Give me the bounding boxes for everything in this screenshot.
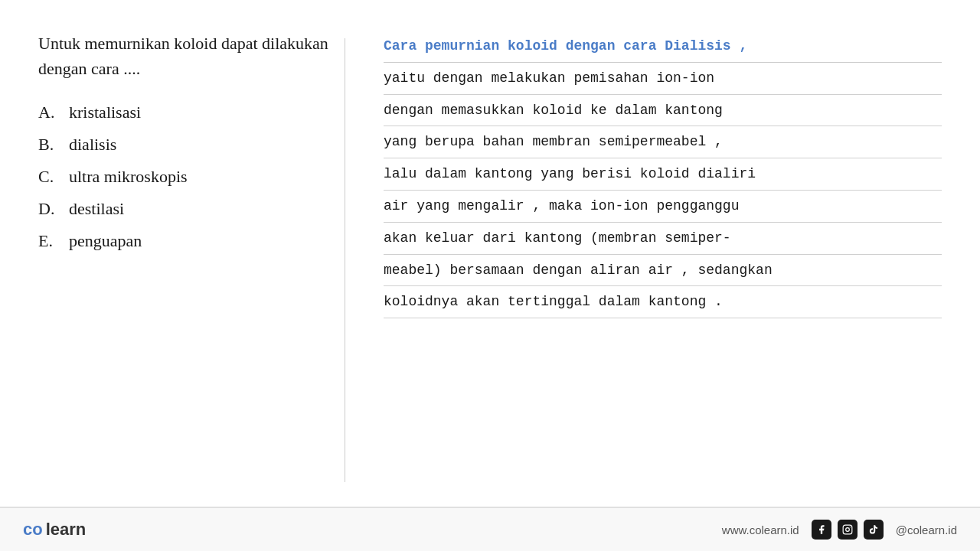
answer-text-6: akan keluar dari kantong (membran semipe… <box>384 230 731 246</box>
option-b-label: B. <box>38 135 69 155</box>
answer-text-3: yang berupa bahan membran semipermeabel … <box>384 134 723 149</box>
answer-line-1: yaitu dengan melakukan pemisahan ion-ion <box>384 63 942 95</box>
svg-point-2 <box>849 527 850 527</box>
option-e-label: E. <box>38 231 69 251</box>
answer-line-3: yang berupa bahan membran semipermeabel … <box>384 126 942 158</box>
answer-line-4: lalu dalam kantong yang berisi koloid di… <box>384 158 942 191</box>
options-list: A. kristalisasi B. dialisis C. ultra mik… <box>38 103 329 251</box>
brand-logo: co learn <box>23 520 86 540</box>
answer-line-5: air yang mengalir , maka ion-ion penggan… <box>384 191 942 223</box>
answer-text-8: koloidnya akan tertinggal dalam kantong … <box>384 294 723 309</box>
answer-line-6: akan keluar dari kantong (membran semipe… <box>384 223 942 255</box>
footer-website: www.colearn.id <box>722 523 799 536</box>
option-c-label: C. <box>38 167 69 187</box>
instagram-icon[interactable] <box>838 520 858 540</box>
answer-text-1: yaitu dengan melakukan pemisahan ion-ion <box>384 70 714 86</box>
answer-text-4: lalu dalam kantong yang berisi koloid di… <box>384 166 756 181</box>
question-line2: dengan cara .... <box>38 59 140 78</box>
option-d-text: destilasi <box>69 199 124 219</box>
answer-line-8: koloidnya akan tertinggal dalam kantong … <box>384 286 942 318</box>
tiktok-icon[interactable] <box>864 520 884 540</box>
brand-co: co <box>23 520 43 540</box>
option-d[interactable]: D. destilasi <box>38 199 329 219</box>
option-a-label: A. <box>38 103 69 122</box>
svg-point-1 <box>845 528 849 532</box>
social-icons <box>812 520 884 540</box>
option-c-text: ultra mikroskopis <box>69 167 188 187</box>
question-text: Untuk memurnikan koloid dapat dilakukan … <box>38 31 329 81</box>
option-b-text: dialisis <box>69 135 116 155</box>
answer-text-0: Cara pemurnian koloid dengan cara Dialis… <box>384 38 747 54</box>
footer-right: www.colearn.id <box>722 520 957 540</box>
option-a-text: kristalisasi <box>69 103 141 122</box>
social-handle: @colearn.id <box>896 523 957 536</box>
option-d-label: D. <box>38 199 69 219</box>
option-a[interactable]: A. kristalisasi <box>38 103 329 122</box>
answer-line-0: Cara pemurnian koloid dengan cara Dialis… <box>384 31 942 63</box>
question-panel: Untuk memurnikan koloid dapat dilakukan … <box>38 31 329 474</box>
answer-text-5: air yang mengalir , maka ion-ion penggan… <box>384 198 739 214</box>
option-e-text: penguapan <box>69 231 142 251</box>
answer-lines: Cara pemurnian koloid dengan cara Dialis… <box>384 31 942 318</box>
answer-line-2: dengan memasukkan koloid ke dalam kanton… <box>384 95 942 127</box>
vertical-divider <box>345 38 345 482</box>
facebook-icon[interactable] <box>812 520 831 540</box>
answer-text-2: dengan memasukkan koloid ke dalam kanton… <box>384 103 723 118</box>
answer-panel: Cara pemurnian koloid dengan cara Dialis… <box>361 31 942 474</box>
answer-text-7: meabel) bersamaan dengan aliran air , se… <box>384 262 773 278</box>
option-b[interactable]: B. dialisis <box>38 135 329 155</box>
option-c[interactable]: C. ultra mikroskopis <box>38 167 329 187</box>
option-e[interactable]: E. penguapan <box>38 231 329 251</box>
svg-rect-0 <box>843 525 852 534</box>
answer-line-7: meabel) bersamaan dengan aliran air , se… <box>384 255 942 287</box>
footer: co learn www.colearn.id <box>0 507 980 551</box>
question-line1: Untuk memurnikan koloid dapat dilakukan <box>38 34 328 53</box>
brand-learn: learn <box>46 520 87 540</box>
